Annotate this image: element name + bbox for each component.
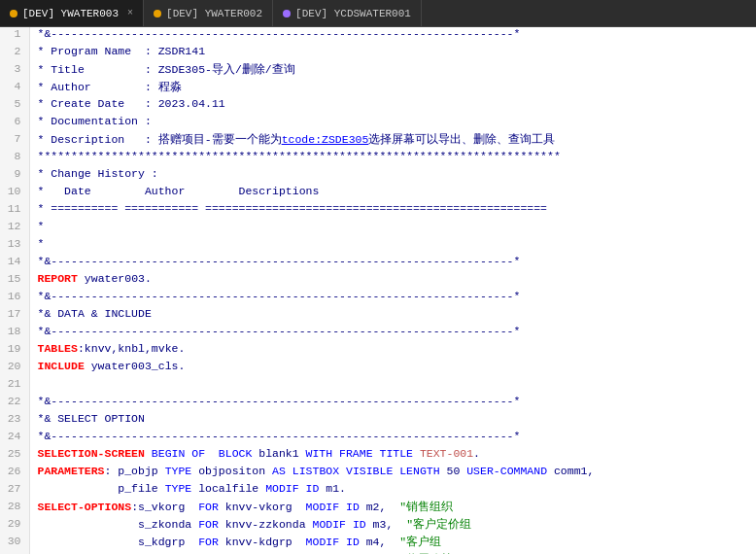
- tab-dot-icon: [154, 10, 161, 17]
- code-content: * Title : ZSDE305-导入/删除/查询: [29, 62, 756, 80]
- code-content: *&--------------------------------------…: [29, 430, 756, 447]
- code-content: *& DATA & INCLUDE: [29, 307, 756, 325]
- table-row: 12*: [0, 220, 756, 237]
- table-row: 19TABLES:knvv,knbl,mvke.: [0, 342, 756, 360]
- line-number: 6: [0, 115, 29, 132]
- table-row: 20INCLUDE ywater003_cls.: [0, 360, 756, 377]
- table-row: 22*&------------------------------------…: [0, 395, 756, 412]
- line-number: 18: [0, 325, 29, 342]
- table-row: 28SELECT-OPTIONS:s_vkorg FOR knvv-vkorg …: [0, 500, 756, 517]
- code-content: *: [29, 220, 756, 237]
- code-content: * Program Name : ZSDR141: [29, 45, 756, 62]
- line-number: 17: [0, 307, 29, 325]
- tab-label: [DEV] YCDSWATER001: [295, 8, 411, 19]
- code-content: TABLES:knvv,knbl,mvke.: [29, 342, 756, 360]
- table-row: 8***************************************…: [0, 150, 756, 167]
- editor-area: 1*&-------------------------------------…: [0, 27, 756, 554]
- line-number: 4: [0, 80, 29, 97]
- table-row: 2* Program Name : ZSDR141: [0, 45, 756, 62]
- table-row: 6* Documentation :: [0, 115, 756, 132]
- code-content: * Create Date : 2023.04.11: [29, 97, 756, 115]
- tab-bar: [DEV] YWATER003×[DEV] YWATER002[DEV] YCD…: [0, 0, 756, 27]
- table-row: 4* Author : 程淼: [0, 80, 756, 97]
- table-row: 13*: [0, 237, 756, 255]
- line-number: 10: [0, 185, 29, 202]
- line-number: 30: [0, 535, 29, 552]
- table-row: 5* Create Date : 2023.04.11: [0, 97, 756, 115]
- code-content: *&--------------------------------------…: [29, 27, 756, 45]
- code-content: SELECT-OPTIONS:s_vkorg FOR knvv-vkorg MO…: [29, 500, 756, 517]
- line-number: 28: [0, 500, 29, 517]
- line-number: 29: [0, 517, 29, 535]
- code-content: [29, 377, 756, 395]
- line-number: 27: [0, 482, 29, 500]
- code-content: *& SELECT OPTION: [29, 412, 756, 430]
- table-row: 23*& SELECT OPTION: [0, 412, 756, 430]
- table-row: 7* Description : 搭赠项目-需要一个能为tcode:ZSDE30…: [0, 132, 756, 150]
- line-number: 21: [0, 377, 29, 395]
- table-row: 24*&------------------------------------…: [0, 430, 756, 447]
- tab-tab1[interactable]: [DEV] YWATER003×: [0, 0, 144, 26]
- table-row: 25SELECTION-SCREEN BEGIN OF BLOCK blank1…: [0, 447, 756, 465]
- line-number: 9: [0, 167, 29, 185]
- tab-dot-icon: [10, 10, 17, 17]
- code-content: * ========== =========== ===============…: [29, 202, 756, 220]
- line-number: 19: [0, 342, 29, 360]
- tab-tab2[interactable]: [DEV] YWATER002: [144, 0, 273, 26]
- table-row: 26PARAMETERS: p_objp TYPE objpositon AS …: [0, 465, 756, 482]
- tab-label: [DEV] YWATER002: [166, 8, 262, 19]
- table-row: 18*&------------------------------------…: [0, 325, 756, 342]
- tcode-link[interactable]: tcode:ZSDE305: [282, 133, 369, 146]
- code-content: *: [29, 237, 756, 255]
- code-content: * Date Author Descriptions: [29, 185, 756, 202]
- code-content: * Author : 程淼: [29, 80, 756, 97]
- code-content: s_kdgrp FOR knvv-kdgrp MODIF ID m4, "客户组: [29, 535, 756, 552]
- table-row: 30 s_kdgrp FOR knvv-kdgrp MODIF ID m4, "…: [0, 535, 756, 552]
- table-row: 14*&------------------------------------…: [0, 255, 756, 272]
- table-row: 9* Change History :: [0, 167, 756, 185]
- code-content: SELECTION-SCREEN BEGIN OF BLOCK blank1 W…: [29, 447, 756, 465]
- code-content: p_file TYPE localfile MODIF ID m1.: [29, 482, 756, 500]
- table-row: 29 s_zkonda FOR knvv-zzkonda MODIF ID m3…: [0, 517, 756, 535]
- code-content: s_zkonda FOR knvv-zzkonda MODIF ID m3, "…: [29, 517, 756, 535]
- table-row: 21: [0, 377, 756, 395]
- code-content: * Description : 搭赠项目-需要一个能为tcode:ZSDE305…: [29, 132, 756, 150]
- code-content: *&--------------------------------------…: [29, 325, 756, 342]
- code-content: INCLUDE ywater003_cls.: [29, 360, 756, 377]
- tab-tab3[interactable]: [DEV] YCDSWATER001: [273, 0, 422, 26]
- line-number: 24: [0, 430, 29, 447]
- code-content: ****************************************…: [29, 150, 756, 167]
- code-content: PARAMETERS: p_objp TYPE objpositon AS LI…: [29, 465, 756, 482]
- line-number: 1: [0, 27, 29, 45]
- line-number: 25: [0, 447, 29, 465]
- line-number: 14: [0, 255, 29, 272]
- table-row: 1*&-------------------------------------…: [0, 27, 756, 45]
- table-row: 11* ========== =========== =============…: [0, 202, 756, 220]
- line-number: 2: [0, 45, 29, 62]
- tab-close-icon[interactable]: ×: [127, 8, 133, 18]
- code-content: *&--------------------------------------…: [29, 395, 756, 412]
- tab-label: [DEV] YWATER003: [22, 8, 119, 19]
- code-content: * Change History :: [29, 167, 756, 185]
- line-number: 23: [0, 412, 29, 430]
- code-content: REPORT ywater003.: [29, 272, 756, 290]
- line-number: 12: [0, 220, 29, 237]
- line-number: 13: [0, 237, 29, 255]
- line-number: 16: [0, 290, 29, 307]
- line-number: 26: [0, 465, 29, 482]
- line-number: 11: [0, 202, 29, 220]
- table-row: 15REPORT ywater003.: [0, 272, 756, 290]
- line-number: 22: [0, 395, 29, 412]
- table-row: 27 p_file TYPE localfile MODIF ID m1.: [0, 482, 756, 500]
- code-content: * Documentation :: [29, 115, 756, 132]
- line-number: 20: [0, 360, 29, 377]
- table-row: 3* Title : ZSDE305-导入/删除/查询: [0, 62, 756, 80]
- line-number: 5: [0, 97, 29, 115]
- table-row: 16*&------------------------------------…: [0, 290, 756, 307]
- table-row: 10* Date Author Descriptions: [0, 185, 756, 202]
- line-number: 15: [0, 272, 29, 290]
- code-content: *&--------------------------------------…: [29, 255, 756, 272]
- line-number: 8: [0, 150, 29, 167]
- table-row: 17*& DATA & INCLUDE: [0, 307, 756, 325]
- code-table: 1*&-------------------------------------…: [0, 27, 756, 554]
